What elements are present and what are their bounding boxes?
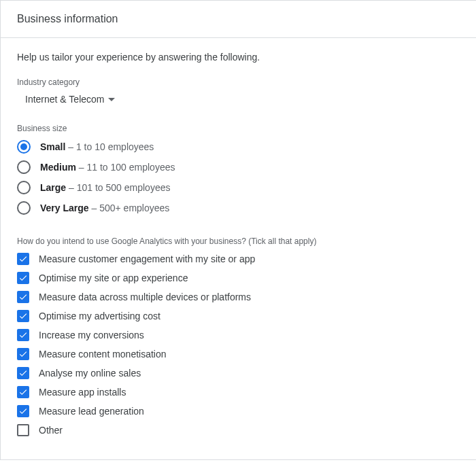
check-label: Other bbox=[39, 425, 63, 436]
radio-medium[interactable]: Medium – 11 to 100 employees bbox=[17, 160, 460, 174]
check-conversions[interactable]: Increase my conversions bbox=[17, 329, 460, 341]
checkbox-icon bbox=[17, 367, 29, 379]
checkbox-icon bbox=[17, 348, 29, 360]
check-label: Optimise my site or app experience bbox=[39, 273, 188, 283]
check-advertising-cost[interactable]: Optimise my advertising cost bbox=[17, 310, 460, 322]
radio-icon bbox=[17, 140, 31, 154]
check-label: Optimise my advertising cost bbox=[39, 311, 160, 321]
card-title: Business information bbox=[1, 1, 476, 38]
radio-very-large[interactable]: Very Large – 500+ employees bbox=[17, 201, 460, 215]
check-label: Measure content monetisation bbox=[39, 349, 167, 360]
radio-label: Small – 1 to 10 employees bbox=[40, 141, 154, 152]
radio-large[interactable]: Large – 101 to 500 employees bbox=[17, 181, 460, 194]
radio-small[interactable]: Small – 1 to 10 employees bbox=[17, 140, 460, 154]
checkbox-icon bbox=[17, 424, 29, 436]
check-monetisation[interactable]: Measure content monetisation bbox=[17, 348, 460, 360]
card-body: Help us tailor your experience by answer… bbox=[1, 38, 476, 459]
business-info-card: Business information Help us tailor your… bbox=[0, 0, 476, 460]
business-size-group: Small – 1 to 10 employees Medium – 11 to… bbox=[17, 140, 460, 215]
usage-group: Measure customer engagement with my site… bbox=[17, 253, 460, 436]
radio-icon bbox=[17, 160, 31, 174]
intro-text: Help us tailor your experience by answer… bbox=[17, 52, 460, 63]
chevron-down-icon bbox=[108, 98, 115, 101]
checkbox-icon bbox=[17, 291, 29, 303]
industry-dropdown[interactable]: Internet & Telecom bbox=[17, 94, 115, 105]
check-lead-generation[interactable]: Measure lead generation bbox=[17, 405, 460, 417]
check-label: Measure app installs bbox=[39, 387, 126, 398]
check-label: Measure data across multiple devices or … bbox=[39, 292, 251, 302]
usage-label: How do you intend to use Google Analytic… bbox=[17, 236, 460, 246]
radio-label: Large – 101 to 500 employees bbox=[40, 182, 170, 193]
checkbox-icon bbox=[17, 272, 29, 284]
checkbox-icon bbox=[17, 310, 29, 322]
checkbox-icon bbox=[17, 386, 29, 398]
check-multi-device[interactable]: Measure data across multiple devices or … bbox=[17, 291, 460, 303]
check-label: Increase my conversions bbox=[39, 330, 144, 340]
industry-selected: Internet & Telecom bbox=[25, 94, 104, 105]
industry-label: Industry category bbox=[17, 77, 460, 87]
checkbox-icon bbox=[17, 405, 29, 417]
check-optimise-experience[interactable]: Optimise my site or app experience bbox=[17, 272, 460, 284]
check-app-installs[interactable]: Measure app installs bbox=[17, 386, 460, 398]
check-label: Measure lead generation bbox=[39, 406, 144, 417]
check-customer-engagement[interactable]: Measure customer engagement with my site… bbox=[17, 253, 460, 265]
footer-actions: Create Previous bbox=[0, 460, 476, 473]
checkbox-icon bbox=[17, 329, 29, 341]
check-online-sales[interactable]: Analyse my online sales bbox=[17, 367, 460, 379]
check-other[interactable]: Other bbox=[17, 424, 460, 436]
radio-icon bbox=[17, 201, 31, 215]
radio-label: Medium – 11 to 100 employees bbox=[40, 162, 175, 173]
radio-icon bbox=[17, 181, 31, 194]
check-label: Analyse my online sales bbox=[39, 368, 141, 379]
business-size-label: Business size bbox=[17, 124, 460, 133]
radio-label: Very Large – 500+ employees bbox=[40, 203, 169, 213]
checkbox-icon bbox=[17, 253, 29, 265]
check-label: Measure customer engagement with my site… bbox=[39, 253, 255, 264]
